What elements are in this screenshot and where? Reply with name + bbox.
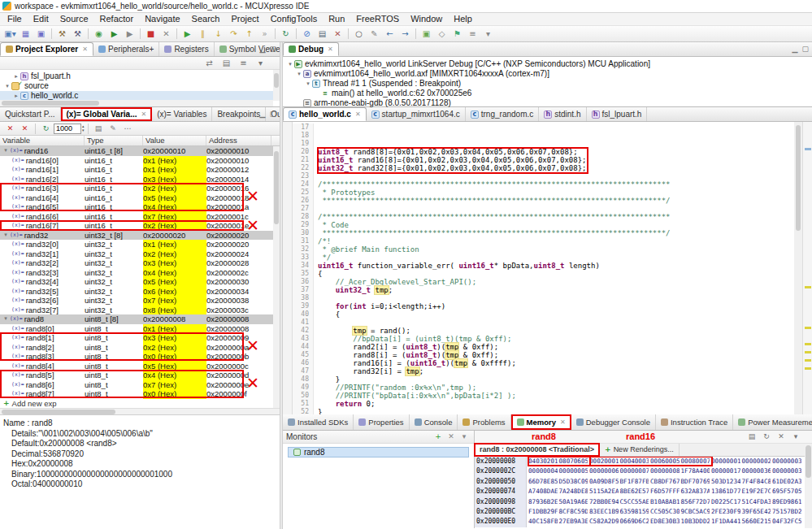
code-line-23[interactable]: 23: [293, 172, 794, 180]
skip-breakpoints-icon[interactable]: ⊘: [300, 28, 314, 41]
code-line-38[interactable]: 38: [293, 294, 794, 302]
code-line-35[interactable]: 35{: [293, 270, 794, 278]
code-line-36[interactable]: 36 //_Acer_Dbglowlevel_Start_API();: [293, 278, 794, 286]
code-line-31[interactable]: 31/*!: [293, 237, 794, 245]
variable-value-cell[interactable]: 0x0 (Hex): [143, 352, 206, 362]
menu-source[interactable]: Source: [54, 13, 94, 25]
variable-value-cell[interactable]: 0x2 (Hex): [143, 249, 206, 259]
var-row-rand16-5[interactable]: (x)=rand16[5]uint16_t0x4 (Hex)0x2000001a: [0, 202, 280, 212]
memory-tab-new-renderings[interactable]: +New Renderings...: [600, 444, 680, 456]
code-line-18[interactable]: 18: [293, 132, 794, 140]
debug-item-main-at-hello-world-c-62-0x700025e6[interactable]: ≡main() at hello_world.c:62 0x700025e6: [283, 89, 812, 98]
variable-value-cell[interactable]: 0x1 (Hex): [143, 165, 206, 175]
menu-help[interactable]: Help: [448, 13, 478, 25]
var-row-rand16-7[interactable]: (x)=rand16[7]uint16_t0x2 (Hex)0x2000001e: [0, 221, 280, 231]
var-row-rand16-4[interactable]: (x)=rand16[4]uint16_t0x5 (Hex)0x20000018: [0, 193, 280, 203]
view-menu-icon[interactable]: ▾: [481, 28, 495, 41]
maximize-icon[interactable]: ▢: [269, 110, 276, 118]
variables-vscrollbar[interactable]: [273, 146, 280, 408]
restart-icon[interactable]: ↻: [279, 28, 293, 41]
variables-hscrollbar[interactable]: [0, 408, 280, 414]
var-row-rand32-4[interactable]: (x)=rand32[4]uint32_t0x5 (Hex)0x20000030: [0, 277, 280, 287]
code-line-50[interactable]: 50 //PRINTF("bpData[i:0x%x\n",bpData[i*2…: [293, 392, 794, 400]
editor-tab-fsl-lpuart-h[interactable]: hfsl_lpuart.h: [587, 107, 648, 121]
code-line-48[interactable]: 48 }: [293, 375, 794, 384]
code-line-24[interactable]: 24/*************************************…: [293, 180, 794, 189]
toggle-flag-icon[interactable]: ⚑: [450, 28, 464, 41]
menu-run[interactable]: Run: [323, 13, 350, 25]
code-line-42[interactable]: 42 tmp = rand();: [293, 327, 794, 335]
variable-value-cell[interactable]: 0x20000020 (Hex): [143, 231, 206, 241]
refresh-icon[interactable]: ↻: [40, 123, 52, 134]
build-icon[interactable]: ⚒: [55, 28, 69, 41]
step-return-icon[interactable]: ↑: [242, 28, 256, 41]
code-line-26[interactable]: 26 *************************************…: [293, 197, 794, 205]
bottom-tab-memory[interactable]: Memory✕: [511, 414, 571, 430]
variable-value-cell[interactable]: 0x4 (Hex): [143, 268, 206, 278]
monitor-item-rand8[interactable]: rand8: [288, 447, 469, 457]
menu-file[interactable]: File: [2, 13, 28, 25]
variable-value-cell[interactable]: 0x4 (Hex): [143, 202, 206, 212]
variable-value-cell[interactable]: 0x2 (Hex): [143, 184, 206, 193]
var-row-rand32-2[interactable]: (x)=rand32[2]uint32_t0x3 (Hex)0x20000028: [0, 258, 280, 268]
close-icon[interactable]: ✕: [141, 108, 147, 120]
var-row-rand32-5[interactable]: (x)=rand32[5]uint32_t0x6 (Hex)0x20000034: [0, 287, 280, 297]
variable-value-cell[interactable]: 0x1 (Hex): [143, 156, 206, 166]
variable-value-cell[interactable]: 0x1 (Hex): [143, 240, 206, 249]
menu-edit[interactable]: Edit: [28, 13, 54, 25]
remove-monitor-icon[interactable]: ✕: [445, 431, 457, 442]
code-line-27[interactable]: 27: [293, 205, 794, 213]
editor-tab-hello-world-c[interactable]: chello_world.c✕: [283, 107, 367, 121]
variable-value-cell[interactable]: 0x8 (Hex): [143, 306, 206, 315]
code-line-40[interactable]: 40 {: [293, 310, 794, 319]
variable-value-cell[interactable]: 0x3 (Hex): [143, 333, 206, 343]
variable-value-cell[interactable]: 0x0 (Hex): [143, 389, 206, 399]
bottom-tab-debugger-console[interactable]: Debugger Console: [571, 414, 656, 430]
project-item-source[interactable]: ▾✓source: [0, 81, 280, 91]
var-row-rand8-5[interactable]: (x)=rand8[5]uint8_t0x4 (Hex)0x2000000d: [0, 371, 280, 380]
menu-configtools[interactable]: ConfigTools: [265, 13, 323, 25]
editor-tab-trng-random-c[interactable]: ctrng_random.c: [466, 107, 539, 121]
variable-value-cell[interactable]: 0x2 (Hex): [143, 221, 206, 231]
debug-item-thread-1-1-suspended-breakpoint[interactable]: ▾tThread #1 1 (Suspended : Breakpoint): [283, 79, 812, 89]
column-header-address[interactable]: Address: [206, 136, 271, 145]
build-all-icon[interactable]: ⚒: [71, 28, 85, 41]
debug-item-evkmimxrt1064-hello-world-axf-mimxrt1064xxxxa-cortex-m7[interactable]: ▾aevkmimxrt1064_hello_world.axf [MIMXRT1…: [283, 69, 812, 79]
show-console-icon[interactable]: ▤: [315, 28, 329, 41]
var-row-rand8-2[interactable]: (x)=rand8[2]uint8_t0x2 (Hex)0x2000000a: [0, 343, 280, 353]
memory-row-0x20000098[interactable]: 0x2000009887936B2E50A19A6E72BB0E94C5CC55…: [475, 497, 812, 507]
var-row-rand16-3[interactable]: (x)=rand16[3]uint16_t0x2 (Hex)0x20000016: [0, 184, 280, 193]
variable-value-cell[interactable]: 0x7 (Hex): [143, 212, 206, 222]
code-line-39[interactable]: 39 for(int i=0;i<length;i++): [293, 302, 794, 310]
menu-navigate[interactable]: Navigate: [139, 13, 185, 25]
memory-row-0x2000002c[interactable]: 0x2000002C000000040000000500000006000000…: [475, 466, 812, 476]
instruction-stepping-icon[interactable]: »: [258, 28, 271, 41]
debug-tab-debug[interactable]: Debug✕: [283, 42, 339, 56]
code-line-51[interactable]: 51 return 0;: [293, 400, 794, 408]
add-new-expression-row[interactable]: +Add new exp: [0, 399, 280, 409]
code-line-52[interactable]: 52}: [293, 408, 794, 414]
maximize-icon[interactable]: ▢: [269, 45, 276, 53]
menu-window[interactable]: Window: [405, 13, 448, 25]
code-line-21[interactable]: 21uint16_t rand16[8]={0x01,0x02,0x03,0x0…: [293, 156, 794, 164]
bottom-tab-console[interactable]: Console: [410, 414, 458, 430]
layout-icon[interactable]: ▤: [93, 123, 105, 134]
code-line-47[interactable]: 47 rand32[i] = tmp;: [293, 367, 794, 375]
memory-row-0x20000008[interactable]: 0x20000008040302010807060500020001000400…: [475, 457, 812, 466]
refresh-memory-icon[interactable]: ↻: [761, 431, 772, 442]
var-row-rand8-7[interactable]: (x)=rand8[7]uint8_t0x0 (Hex)0x2000000f: [0, 389, 280, 399]
variable-value-cell[interactable]: 0x4 (Hex): [143, 371, 206, 380]
back-icon[interactable]: ←: [383, 28, 397, 41]
variable-value-cell[interactable]: 0x7 (Hex): [143, 380, 206, 390]
remove-all-icon[interactable]: ✕: [19, 123, 31, 134]
variable-value-cell[interactable]: 0x5 (Hex): [143, 362, 206, 371]
maximize-icon[interactable]: ▢: [801, 45, 809, 53]
disconnect-icon[interactable]: ✕: [159, 28, 173, 41]
project-tab-project-explorer[interactable]: Project Explorer✕: [0, 42, 93, 56]
close-icon[interactable]: ✕: [82, 43, 88, 55]
clear-marks-icon[interactable]: ✕: [331, 28, 345, 41]
project-tab-symbol-viewer[interactable]: Symbol Viewer: [215, 42, 289, 56]
code-line-43[interactable]: 43 //bpData[i] = (uint8_t)(tmp & 0xff);: [293, 335, 794, 343]
variable-value-cell[interactable]: 0x1 (Hex): [143, 324, 206, 334]
filters-icon[interactable]: ≡: [237, 57, 250, 70]
